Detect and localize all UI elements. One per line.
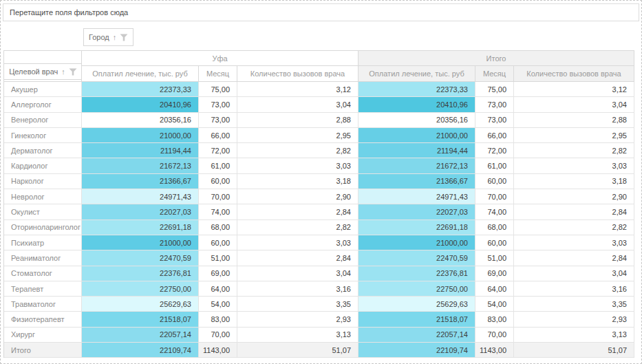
value-cell-calls[interactable]: 2,84: [237, 204, 359, 220]
value-cell-month[interactable]: 70,00: [475, 189, 514, 204]
value-cell-paid[interactable]: 21194,44: [359, 143, 475, 158]
value-cell-month[interactable]: 64,00: [475, 281, 514, 297]
value-cell-month[interactable]: 60,00: [199, 174, 237, 189]
value-cell-month[interactable]: 64,00: [199, 281, 237, 297]
value-cell-calls[interactable]: 2,95: [514, 128, 634, 143]
row-label[interactable]: Невролог: [4, 189, 82, 204]
value-cell-month[interactable]: 61,00: [475, 158, 514, 173]
value-cell-month[interactable]: 83,00: [475, 312, 514, 327]
value-cell-calls[interactable]: 51,07: [514, 343, 634, 358]
value-cell-paid[interactable]: 20410,96: [82, 97, 199, 112]
value-cell-month[interactable]: 75,00: [199, 82, 237, 97]
value-cell-paid[interactable]: 22109,74: [359, 343, 475, 358]
value-cell-paid[interactable]: 21518,07: [82, 312, 199, 327]
value-cell-paid[interactable]: 21000,00: [359, 128, 475, 143]
value-cell-paid[interactable]: 24971,43: [359, 189, 475, 204]
row-label-total[interactable]: Итого: [4, 343, 82, 358]
value-cell-calls[interactable]: 3,04: [514, 266, 634, 281]
value-cell-month[interactable]: 83,00: [199, 312, 237, 327]
row-label[interactable]: Кардиолог: [4, 158, 82, 173]
value-cell-paid[interactable]: 22691,18: [359, 220, 475, 235]
value-cell-month[interactable]: 51,00: [475, 250, 514, 266]
value-cell-paid[interactable]: 21194,44: [82, 143, 199, 158]
value-cell-month[interactable]: 72,00: [199, 143, 237, 158]
value-cell-calls[interactable]: 2,90: [514, 189, 634, 204]
value-cell-month[interactable]: 51,00: [199, 250, 237, 266]
value-cell-paid[interactable]: 22470,59: [359, 250, 475, 266]
value-cell-paid[interactable]: 22027,03: [359, 204, 475, 220]
value-cell-calls[interactable]: 51,07: [237, 343, 359, 358]
value-cell-paid[interactable]: 25629,63: [359, 297, 475, 312]
value-cell-month[interactable]: 74,00: [475, 204, 514, 220]
value-cell-paid[interactable]: 22373,33: [82, 82, 199, 97]
value-cell-month[interactable]: 73,00: [475, 113, 514, 128]
value-cell-paid[interactable]: 20356,16: [359, 113, 475, 128]
measure-header-0-1[interactable]: Месяц: [199, 66, 237, 82]
value-cell-paid[interactable]: 22373,33: [359, 82, 475, 97]
value-cell-calls[interactable]: 2,88: [514, 113, 634, 128]
value-cell-paid[interactable]: 21000,00: [82, 128, 199, 143]
row-label[interactable]: Венеролог: [4, 113, 82, 128]
value-cell-month[interactable]: 66,00: [199, 128, 237, 143]
value-cell-calls[interactable]: 3,13: [237, 328, 359, 343]
value-cell-paid[interactable]: 21672,13: [359, 158, 475, 173]
row-label[interactable]: Гинеколог: [4, 128, 82, 143]
value-cell-month[interactable]: 73,00: [475, 97, 514, 112]
value-cell-calls[interactable]: 3,03: [237, 235, 359, 250]
row-field-target-doctor[interactable]: Целевой врач↑: [4, 63, 82, 80]
measure-header-1-0[interactable]: Оплатил лечение, тыс. руб: [359, 66, 475, 82]
row-label[interactable]: Аллерголог: [4, 97, 82, 112]
value-cell-month[interactable]: 70,00: [199, 189, 237, 204]
value-cell-calls[interactable]: 3,12: [237, 82, 359, 97]
value-cell-paid[interactable]: 22376,81: [82, 266, 199, 281]
row-label[interactable]: Психиатр: [4, 235, 82, 250]
value-cell-calls[interactable]: 3,13: [514, 328, 634, 343]
value-cell-calls[interactable]: 2,84: [514, 250, 634, 266]
value-cell-calls[interactable]: 3,03: [237, 158, 359, 173]
column-group-header-1[interactable]: Итого: [359, 51, 634, 66]
column-field-city[interactable]: Город ↑: [83, 28, 133, 46]
value-cell-paid[interactable]: 22750,00: [359, 281, 475, 297]
value-cell-month[interactable]: 60,00: [475, 174, 514, 189]
value-cell-calls[interactable]: 3,03: [514, 235, 634, 250]
value-cell-paid[interactable]: 21672,13: [82, 158, 199, 173]
value-cell-paid[interactable]: 21366,67: [359, 174, 475, 189]
value-cell-month[interactable]: 73,00: [199, 97, 237, 112]
value-cell-month[interactable]: 66,00: [475, 128, 514, 143]
value-cell-paid[interactable]: 22470,59: [82, 250, 199, 266]
measure-header-0-0[interactable]: Оплатил лечение, тыс. руб: [82, 66, 199, 82]
value-cell-paid[interactable]: 21366,67: [82, 174, 199, 189]
value-cell-month[interactable]: 61,00: [199, 158, 237, 173]
value-cell-paid[interactable]: 22057,14: [359, 328, 475, 343]
value-cell-calls[interactable]: 3,35: [514, 297, 634, 312]
value-cell-month[interactable]: 1143,00: [199, 343, 237, 358]
value-cell-month[interactable]: 60,00: [475, 235, 514, 250]
value-cell-calls[interactable]: 2,82: [237, 220, 359, 235]
value-cell-paid[interactable]: 25629,63: [82, 297, 199, 312]
value-cell-calls[interactable]: 2,95: [237, 128, 359, 143]
value-cell-calls[interactable]: 3,18: [237, 174, 359, 189]
value-cell-month[interactable]: 1143,00: [475, 343, 514, 358]
value-cell-month[interactable]: 60,00: [199, 235, 237, 250]
value-cell-month[interactable]: 73,00: [199, 113, 237, 128]
value-cell-calls[interactable]: 2,90: [237, 189, 359, 204]
value-cell-calls[interactable]: 3,35: [237, 297, 359, 312]
value-cell-paid[interactable]: 22027,03: [82, 204, 199, 220]
value-cell-paid[interactable]: 22057,14: [82, 328, 199, 343]
value-cell-calls[interactable]: 3,04: [514, 97, 634, 112]
value-cell-calls[interactable]: 3,03: [514, 158, 634, 173]
row-label[interactable]: Стоматолог: [4, 266, 82, 281]
value-cell-paid[interactable]: 21000,00: [359, 235, 475, 250]
row-label[interactable]: Нарколог: [4, 174, 82, 189]
value-cell-paid[interactable]: 22376,81: [359, 266, 475, 281]
filter-funnel-icon[interactable]: [120, 34, 128, 41]
value-cell-month[interactable]: 75,00: [475, 82, 514, 97]
row-label[interactable]: Травматолог: [4, 297, 82, 312]
value-cell-paid[interactable]: 22109,74: [82, 343, 199, 358]
value-cell-month[interactable]: 68,00: [475, 220, 514, 235]
value-cell-month[interactable]: 74,00: [199, 204, 237, 220]
value-cell-calls[interactable]: 2,88: [237, 113, 359, 128]
value-cell-calls[interactable]: 3,12: [514, 82, 634, 97]
value-cell-calls[interactable]: 2,82: [514, 143, 634, 158]
value-cell-month[interactable]: 69,00: [199, 266, 237, 281]
